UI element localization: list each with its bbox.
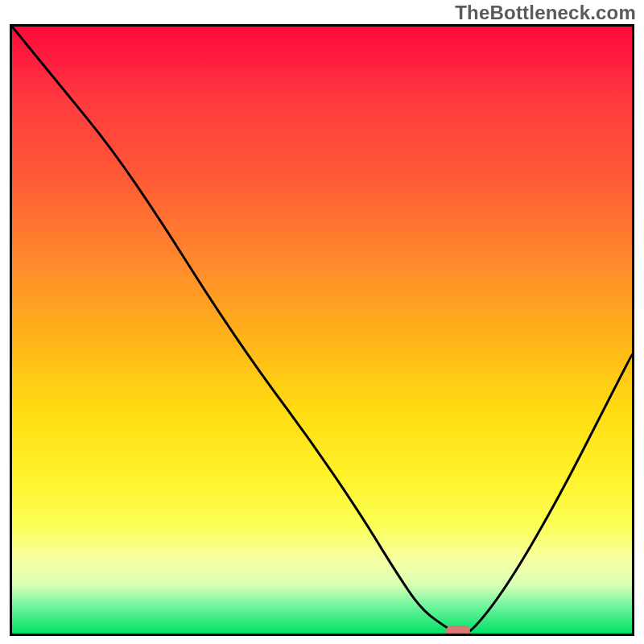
plot-area (10, 24, 634, 636)
watermark-text: TheBottleneck.com (455, 2, 636, 24)
minimum-marker (446, 625, 470, 636)
bottleneck-curve-path (12, 27, 632, 634)
curve-svg (12, 27, 632, 634)
bottleneck-chart: TheBottleneck.com (0, 0, 644, 644)
